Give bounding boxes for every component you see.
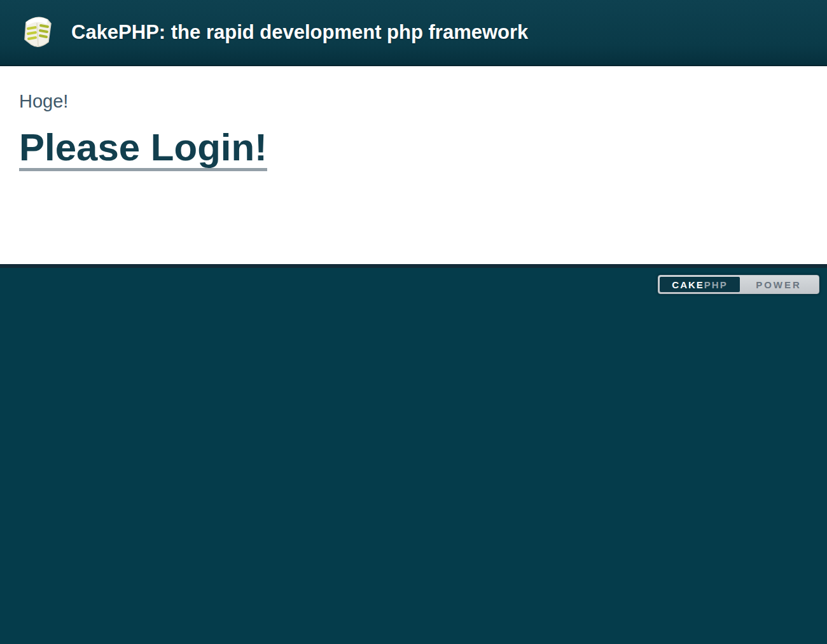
badge-cakephp-panel: CAKEPHP	[660, 277, 740, 292]
login-heading: Please Login!	[19, 129, 808, 171]
cakephp-logo-icon	[19, 15, 56, 50]
content-area: Hoge! Please Login!	[0, 66, 827, 264]
badge-cake-text: CAKE	[672, 279, 704, 290]
flash-message: Hoge!	[19, 92, 808, 112]
app-header: CakePHP: the rapid development php frame…	[0, 0, 827, 66]
badge-php-text: PHP	[704, 279, 728, 290]
cake-power-badge[interactable]: CAKEPHP POWER	[658, 275, 819, 294]
page-title: CakePHP: the rapid development php frame…	[71, 21, 528, 44]
app-footer: CAKEPHP POWER	[0, 264, 827, 644]
login-link[interactable]: Please Login!	[19, 129, 267, 171]
badge-power-panel: POWER	[740, 277, 817, 292]
badge-power-text: POWER	[756, 279, 802, 290]
